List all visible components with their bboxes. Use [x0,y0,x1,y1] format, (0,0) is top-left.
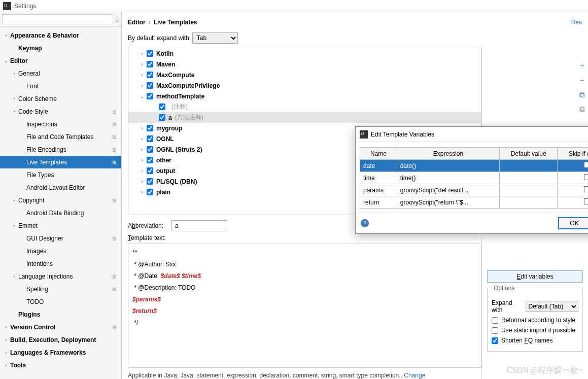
template-checkbox[interactable] [147,61,153,67]
copy-icon[interactable]: ⧉ [579,90,585,99]
shorten-fq-checkbox[interactable] [492,337,498,344]
template-checkbox[interactable] [147,93,153,99]
help-icon[interactable]: ? [361,219,369,227]
remove-icon[interactable]: － [578,76,586,85]
template-item[interactable]: (注释) [128,101,481,112]
options-title: Options [492,285,516,292]
sidebar-item[interactable]: ›Code Style🗎 [0,105,121,118]
abbreviation-input[interactable] [171,220,227,231]
template-item[interactable]: ⌄methodTemplate [128,91,481,101]
reformat-checkbox[interactable] [492,317,498,324]
sidebar-item[interactable]: ›Language Injections🗎 [0,270,121,283]
template-checkbox[interactable] [147,167,153,174]
project-icon: 🗎 [112,273,117,280]
sidebar-item[interactable]: GUI Designer🗎 [0,232,121,245]
sidebar-item[interactable]: Plugins [0,308,121,321]
column-header[interactable]: Default value [500,148,558,160]
sidebar-item[interactable]: File Types [0,168,121,181]
chevron-icon: › [3,350,9,355]
ok-button[interactable]: OK [558,217,588,229]
sidebar-item[interactable]: ›Appearance & Behavior [0,29,121,42]
change-link[interactable]: Change [404,372,425,379]
duplicate-icon[interactable]: ⧉ [579,105,585,114]
options-fieldset: Options Expand with Default (Tab) Reform… [487,288,583,352]
sidebar-item[interactable]: Images [0,245,121,257]
table-row[interactable]: datedate() [360,160,589,172]
column-header[interactable]: Name [360,148,397,160]
sidebar-item[interactable]: Intentions [0,257,121,270]
table-row[interactable]: paramsgroovyScript("def result... [360,184,589,196]
dialog-titlebar[interactable]: Edit Template Variables ✕ [356,127,588,142]
sidebar-item[interactable]: Live Templates🗎 [0,156,121,168]
chevron-icon: › [3,362,9,368]
sidebar-item[interactable]: ›Build, Execution, Deployment [0,333,121,346]
default-expand-label: By default expand with [128,35,189,42]
template-checkbox[interactable] [147,135,153,142]
sidebar-item[interactable]: TODO [0,295,121,308]
title-bar: Settings [0,0,588,12]
template-text-label: Template text: [128,234,481,242]
sidebar-item[interactable]: File and Code Templates🗎 [0,130,121,143]
table-row[interactable]: timetime() [360,172,589,184]
sidebar-item[interactable]: ›Tools [0,359,121,371]
template-item[interactable]: ›MaxCompute [128,70,481,80]
sidebar-item[interactable]: ›Emmet [0,219,121,232]
search-icon[interactable]: ⌕ [115,16,119,23]
edit-variables-button[interactable]: Edit variables [487,270,583,283]
project-icon: 🗎 [112,121,117,127]
chevron-icon: › [139,147,146,152]
sidebar-item[interactable]: ›General [0,67,121,80]
default-expand-select[interactable]: Tab [192,32,238,44]
chevron-icon: › [139,61,146,67]
project-icon: 🗎 [112,324,117,330]
reset-link[interactable]: Res [571,19,582,26]
sidebar-item[interactable]: ›Version Control🗎 [0,321,121,333]
shorten-fq-label: Shorten FQ names [501,337,552,344]
sidebar-item[interactable]: Keymap [0,42,121,54]
template-item[interactable]: ›Kotlin [128,48,481,59]
sidebar-item[interactable]: Android Data Binding [0,206,121,219]
template-checkbox[interactable] [147,146,153,153]
sidebar-item[interactable]: ›Languages & Frameworks [0,346,121,359]
dialog-footer: ? OK Cancel [356,213,588,233]
variables-table[interactable]: NameExpressionDefault valueSkip if defin… [360,147,588,209]
sidebar-item[interactable]: ›Copyright🗎 [0,194,121,206]
template-checkbox[interactable] [147,189,153,195]
sidebar-item[interactable]: ⌄Editor [0,54,121,67]
sidebar-item[interactable]: Android Layout Editor [0,181,121,194]
sidebar-item[interactable]: Inspections🗎 [0,118,121,130]
template-checkbox[interactable] [147,72,153,78]
template-checkbox[interactable] [147,178,153,185]
chevron-icon: ⌄ [139,93,146,99]
search-input[interactable] [2,14,113,24]
toolbar-icons: ＋ － ⧉ ⧉ [577,61,587,114]
sidebar-item[interactable]: ›Color Scheme [0,92,121,105]
add-icon[interactable]: ＋ [578,61,586,71]
skip-checkbox[interactable] [584,162,588,168]
static-import-checkbox[interactable] [492,327,498,334]
template-item[interactable]: ›Maven [128,59,481,70]
template-checkbox[interactable] [147,157,153,163]
column-header[interactable]: Skip if defin... [558,148,588,160]
column-header[interactable]: Expression [397,148,499,160]
template-item[interactable]: a(方法注释) [128,112,481,123]
chevron-icon: › [11,273,17,279]
sidebar-item[interactable]: File Encodings🗎 [0,143,121,156]
project-icon: 🗎 [112,286,117,292]
sidebar-item[interactable]: Spelling🗎 [0,283,121,295]
skip-checkbox[interactable] [584,186,588,192]
expand-with-select[interactable]: Default (Tab) [526,301,578,312]
chevron-icon: › [11,197,17,203]
template-checkbox[interactable] [147,50,153,57]
sidebar-item[interactable]: Font [0,80,121,92]
template-item[interactable]: ›MaxComputePrivilege [128,80,481,91]
breadcrumb-editor[interactable]: Editor [128,19,146,26]
template-text-editor[interactable]: ** * @Author: Sxx * @Date: $date$ $time$… [128,244,481,368]
skip-checkbox[interactable] [584,198,588,204]
table-row[interactable]: returngroovyScript("return \"$... [360,196,589,209]
template-checkbox[interactable] [159,104,165,110]
template-checkbox[interactable] [147,82,153,89]
skip-checkbox[interactable] [584,174,588,180]
template-checkbox[interactable] [159,114,165,121]
template-checkbox[interactable] [147,125,153,131]
